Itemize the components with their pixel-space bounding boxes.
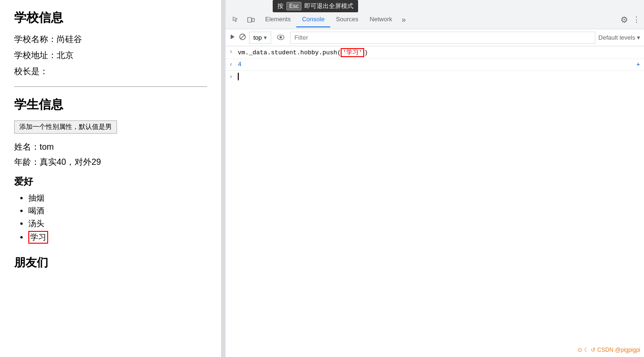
watermark-text: CSDN @pigpigpi xyxy=(597,347,640,353)
tab-console[interactable]: Console xyxy=(296,12,330,27)
console-input-line: › vm._data.student.hobby.push('学习') xyxy=(226,46,644,59)
levels-dropdown-icon: ▾ xyxy=(637,34,640,41)
clear-button[interactable] xyxy=(239,33,246,42)
context-selector[interactable]: top ▾ xyxy=(249,32,271,44)
svg-rect-1 xyxy=(252,18,254,22)
devtools-panel: 按 Esc 即可退出全屏模式 Elements Console Sources … xyxy=(226,0,644,357)
tooltip-prefix: 按 xyxy=(277,2,284,10)
watermark-icons: ⊙ ☾ ↺ xyxy=(577,347,595,353)
list-item: 学习 xyxy=(28,231,207,244)
svg-marker-2 xyxy=(231,34,234,39)
dropdown-icon: ▾ xyxy=(264,34,267,41)
svg-line-4 xyxy=(241,34,245,39)
tab-sources[interactable]: Sources xyxy=(330,12,364,27)
school-section-title: 学校信息 xyxy=(14,9,207,26)
eye-button[interactable] xyxy=(274,33,287,42)
hobby-list: 抽烟 喝酒 汤头 学习 xyxy=(28,193,207,244)
add-gender-button[interactable]: 添加一个性别属性，默认值是男 xyxy=(14,120,117,134)
hobby-title: 爱好 xyxy=(14,175,207,188)
list-item: 抽烟 xyxy=(28,193,207,204)
principal: 校长是： xyxy=(14,66,207,77)
console-code: vm._data.student.hobby.push('学习') xyxy=(238,48,640,57)
result-arrow: ‹ xyxy=(229,61,235,68)
filter-input[interactable] xyxy=(290,32,595,44)
svg-rect-0 xyxy=(248,17,251,22)
gear-icon: ⚙ xyxy=(620,15,628,25)
console-output: › vm._data.student.hobby.push('学习') ‹ 4 … xyxy=(226,46,644,357)
svg-point-6 xyxy=(280,36,282,38)
hobby-highlight: 学习 xyxy=(28,231,48,244)
tooltip-suffix: 即可退出全屏模式 xyxy=(304,2,353,10)
console-toolbar: top ▾ Default levels ▾ xyxy=(226,29,644,46)
tab-network[interactable]: Network xyxy=(364,12,398,27)
student-name: 姓名：tom xyxy=(14,141,207,153)
context-label: top xyxy=(253,34,262,41)
result-value: 4 xyxy=(238,61,630,68)
default-levels-button[interactable]: Default levels ▾ xyxy=(598,34,640,41)
list-item: 喝酒 xyxy=(28,205,207,216)
friends-title: 朋友们 xyxy=(14,255,207,270)
prompt-arrow: › xyxy=(229,73,235,80)
input-arrow: › xyxy=(229,48,235,55)
console-result-line: ‹ 4 + xyxy=(226,59,644,71)
resize-handle[interactable] xyxy=(222,0,226,357)
more-tabs-button[interactable]: » xyxy=(398,14,410,26)
student-section-title: 学生信息 xyxy=(14,96,207,113)
cursor xyxy=(238,73,239,80)
more-options-button[interactable]: ⋮ xyxy=(633,15,640,24)
devtools-toolbar: Elements Console Sources Network » ⚙ ⋮ xyxy=(226,10,644,29)
expand-button[interactable]: + xyxy=(633,61,640,68)
divider xyxy=(14,86,207,87)
list-item: 汤头 xyxy=(28,218,207,229)
cursor-line[interactable]: › xyxy=(226,71,644,82)
student-age: 年龄：真实40，对外29 xyxy=(14,156,207,168)
esc-badge: Esc xyxy=(286,2,301,10)
watermark: ⊙ ☾ ↺ CSDN @pigpigpi xyxy=(577,347,640,353)
inspect-icon[interactable] xyxy=(229,13,243,26)
settings-button[interactable]: ⚙ xyxy=(618,13,631,26)
code-highlight: '学习' xyxy=(341,48,364,57)
device-toolbar-icon[interactable] xyxy=(244,13,258,26)
tab-list: Elements Console Sources Network » xyxy=(259,12,410,27)
school-name: 学校名称：尚硅谷 xyxy=(14,34,207,45)
fullscreen-tooltip: 按 Esc 即可退出全屏模式 xyxy=(273,0,358,12)
page-content: 学校信息 学校名称：尚硅谷 学校地址：北京 校长是： 学生信息 添加一个性别属性… xyxy=(0,0,222,357)
tab-elements[interactable]: Elements xyxy=(259,12,296,27)
run-button[interactable] xyxy=(229,34,236,42)
school-address: 学校地址：北京 xyxy=(14,50,207,61)
